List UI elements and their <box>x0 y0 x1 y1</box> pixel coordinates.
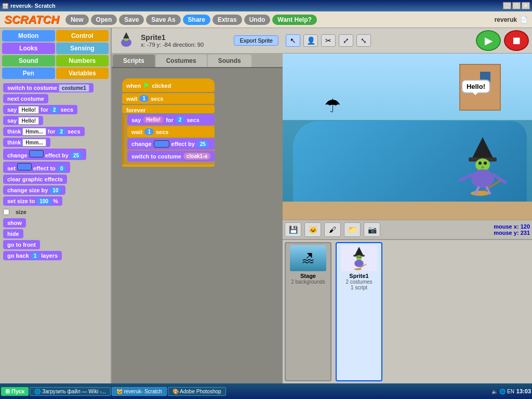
undo-button[interactable]: Undo <box>244 15 271 25</box>
stage-camera-btn[interactable]: 📷 <box>364 222 380 237</box>
tab-sounds[interactable]: Sounds <box>208 55 251 67</box>
duplicate-tool[interactable]: 👤 <box>303 34 318 47</box>
close-button[interactable]: × <box>522 2 530 9</box>
size-num[interactable]: 10 <box>49 187 61 194</box>
say-num[interactable]: 2 <box>50 107 59 113</box>
cat-looks[interactable]: Looks <box>2 43 55 54</box>
script-canvas[interactable]: when ⚑ clicked wait 1 secs forever <box>112 68 283 383</box>
extras-button[interactable]: Extras <box>212 15 242 25</box>
change-size-block[interactable]: change size by 10 <box>3 185 65 195</box>
cat-pen[interactable]: Pen <box>2 68 55 79</box>
shrink-tool[interactable]: ⤡ <box>356 34 371 47</box>
block-clear-effects[interactable]: clear graphic effects <box>3 175 108 184</box>
block-size-checkbox[interactable]: size <box>3 207 108 217</box>
cat-sensing[interactable]: Sensing <box>56 43 109 54</box>
say-str2[interactable]: Hello! <box>18 117 39 125</box>
wait-block-1[interactable]: wait 1 secs <box>122 93 215 104</box>
effect-num-s[interactable]: 25 <box>197 141 209 148</box>
script-say-for[interactable]: say Hello! for 2 secs <box>127 114 215 125</box>
stage-paint-btn[interactable]: 🖌 <box>324 222 341 237</box>
open-button[interactable]: Open <box>91 15 117 25</box>
think-str2[interactable]: Hmm... <box>22 139 46 147</box>
color-swatch2[interactable] <box>17 163 32 170</box>
effect-num[interactable]: 25 <box>70 152 82 159</box>
go-back-block[interactable]: go back 1 layers <box>3 251 62 260</box>
export-sprite-button[interactable]: Export Sprite <box>234 35 278 46</box>
block-say-for[interactable]: say Hello! for 2 secs <box>3 105 108 114</box>
say-num-s[interactable]: 2 <box>176 116 185 123</box>
taskbar-wiki[interactable]: 🌐 Загрузить файл — Wiki -... <box>30 387 110 396</box>
new-button[interactable]: New <box>65 15 89 25</box>
block-think[interactable]: think Hmm... <box>3 138 108 147</box>
size-checkbox[interactable] <box>3 209 9 215</box>
stage-thumbnail[interactable]: 🏖 Stage 2 backgrounds <box>285 242 331 381</box>
cat-control[interactable]: Control <box>56 30 109 42</box>
think-for-block[interactable]: think Hmm... for 2 secs <box>3 127 85 136</box>
block-go-front[interactable]: go to front <box>3 240 108 249</box>
next-costume-block[interactable]: next costume <box>3 94 48 103</box>
cursor-tool[interactable]: ↖ <box>286 34 300 47</box>
switch-costume-block[interactable]: switch to costume costume1 <box>3 83 94 92</box>
change-effect-block[interactable]: change effect by 25 <box>3 149 86 160</box>
cat-motion[interactable]: Motion <box>2 30 55 42</box>
go-front-block[interactable]: go to front <box>3 240 40 249</box>
say-str-s[interactable]: Hello! <box>143 116 164 123</box>
stop-button[interactable]: ⏹ <box>504 30 529 51</box>
script-switch-costume[interactable]: switch to costume cloak1-a <box>127 151 215 162</box>
say-for-block[interactable]: say Hello! for 2 secs <box>3 105 77 114</box>
cat-variables[interactable]: Variables <box>56 68 109 79</box>
cat-numbers[interactable]: Numbers <box>56 55 109 66</box>
block-change-size[interactable]: change size by 10 <box>3 185 108 195</box>
clear-effects-block[interactable]: clear graphic effects <box>3 175 67 184</box>
color-swatch1[interactable] <box>29 150 44 157</box>
help-button[interactable]: Want Help? <box>272 15 317 25</box>
cut-tool[interactable]: ✂ <box>321 34 336 47</box>
block-set-effect[interactable]: set effect to 0 <box>3 162 108 173</box>
hide-block[interactable]: hide <box>3 229 23 238</box>
say-str[interactable]: Hello! <box>18 106 39 114</box>
taskbar-photoshop[interactable]: 🎨 Adobe Photoshop <box>168 387 226 396</box>
stage-folder-btn[interactable]: 📁 <box>344 222 361 237</box>
block-set-size[interactable]: set size to 100 % <box>3 196 108 206</box>
think-str[interactable]: Hmm... <box>22 128 46 136</box>
witch-sprite[interactable] <box>454 135 511 199</box>
set-size-block[interactable]: set size to 100 % <box>3 196 62 206</box>
think-num[interactable]: 2 <box>57 128 66 135</box>
tab-costumes[interactable]: Costumes <box>156 55 207 67</box>
save-button[interactable]: Save <box>119 15 144 25</box>
maximize-button[interactable]: □ <box>512 2 521 9</box>
stage-save-btn[interactable]: 💾 <box>285 222 301 237</box>
block-say[interactable]: say Hello! <box>3 116 108 125</box>
costume-dropdown-s[interactable]: cloak1-a <box>183 153 210 159</box>
wait-block-2[interactable]: wait 1 secs <box>127 126 215 137</box>
back-num[interactable]: 1 <box>31 252 40 259</box>
block-next-costume[interactable]: next costume <box>3 94 108 103</box>
stage-sprite-btn[interactable]: 🐱 <box>304 222 321 237</box>
start-button[interactable]: ⊞ Пуск <box>1 387 29 396</box>
wait-num-2[interactable]: 1 <box>144 128 154 135</box>
forever-block[interactable]: forever <box>122 105 215 113</box>
minimize-button[interactable]: _ <box>503 2 511 9</box>
share-button[interactable]: Share <box>183 15 210 25</box>
show-block[interactable]: show <box>3 218 26 228</box>
tab-scripts[interactable]: Scripts <box>113 55 155 67</box>
costume-value[interactable]: costume1 <box>59 84 89 92</box>
block-go-back[interactable]: go back 1 layers <box>3 251 108 260</box>
cat-sound[interactable]: Sound <box>2 55 55 66</box>
block-show[interactable]: show <box>3 218 108 228</box>
block-think-for[interactable]: think Hmm... for 2 secs <box>3 127 108 136</box>
set-effect-block[interactable]: set effect to 0 <box>3 162 70 173</box>
think-block[interactable]: think Hmm... <box>3 138 50 147</box>
grow-tool[interactable]: ⤢ <box>339 34 353 47</box>
set-effect-num[interactable]: 0 <box>57 165 66 172</box>
set-size-num[interactable]: 100 <box>36 198 51 205</box>
hat-block[interactable]: when ⚑ clicked <box>122 78 215 92</box>
sprite1-thumbnail[interactable]: Sprite1 2 costumes1 script <box>336 242 382 381</box>
go-button[interactable]: ▶ <box>476 30 501 51</box>
color-swatch-s[interactable] <box>154 140 169 148</box>
script-change-effect[interactable]: change effect by 25 <box>127 138 215 150</box>
say-block[interactable]: say Hello! <box>3 116 43 125</box>
block-switch-costume[interactable]: switch to costume costume1 <box>3 83 108 92</box>
save-as-button[interactable]: Save As <box>146 15 180 25</box>
block-hide[interactable]: hide <box>3 229 108 238</box>
